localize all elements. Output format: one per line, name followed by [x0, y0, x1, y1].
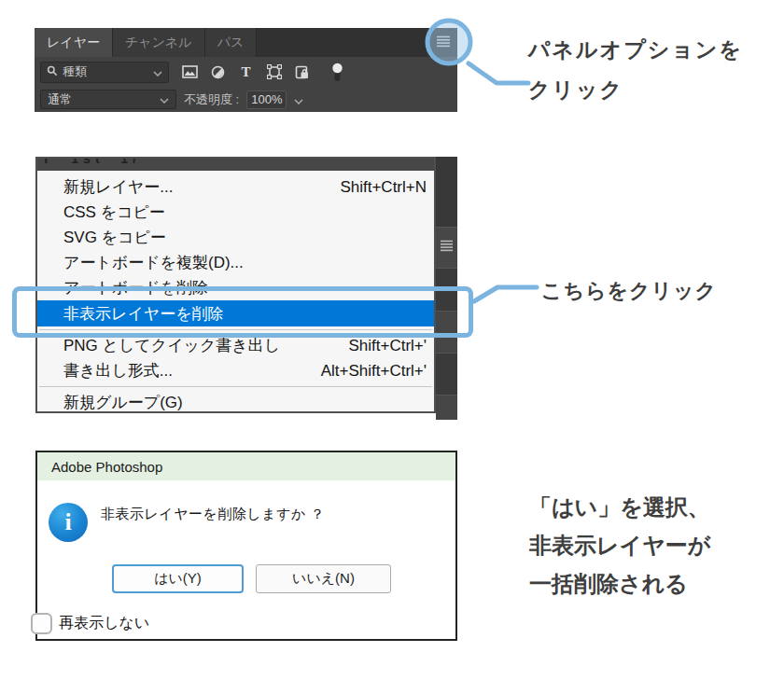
tab-paths[interactable]: パス	[205, 28, 258, 57]
layer-filter-icons: T	[182, 63, 345, 80]
dialog-result-annotation: 「はい」を選択、 非表示レイヤーが 一括削除される	[529, 488, 710, 603]
filter-toggle-icon[interactable]	[329, 63, 345, 80]
layer-filter-row: 種類 T	[35, 57, 457, 87]
blend-options-row: 通常 不透明度 : 100%	[35, 87, 457, 112]
dialog-title-bar: Adobe Photoshop	[37, 452, 455, 480]
blend-mode-value: 通常	[48, 91, 72, 108]
filter-kind-label: 種類	[63, 63, 87, 80]
panel-tab-bar: レイヤー チャンネル パス	[35, 28, 457, 57]
shortcut-label: Shift+Ctrl+'	[329, 337, 427, 355]
tab-layers[interactable]: レイヤー	[35, 28, 113, 57]
menu-item-copy-svg[interactable]: SVG をコピー	[37, 225, 434, 250]
clipped-layer-row: T 1st 1/	[37, 159, 434, 171]
menu-item-export-as[interactable]: 書き出し形式... Alt+Shift+Ctrl+'	[37, 358, 434, 383]
shortcut-label: Alt+Shift+Ctrl+'	[302, 362, 427, 381]
panel-options-button[interactable]	[439, 240, 455, 255]
info-icon: i	[49, 503, 88, 542]
blend-mode-dropdown[interactable]: 通常	[40, 90, 176, 109]
chevron-down-icon[interactable]	[294, 91, 303, 108]
menu-callout-connector	[469, 278, 550, 310]
layers-panel: レイヤー チャンネル パス 種類	[35, 28, 457, 112]
hamburger-menu-icon	[440, 239, 454, 256]
menu-item-new-group[interactable]: 新規グループ(G)	[37, 390, 434, 413]
dialog-message: 非表示レイヤーを削除しますか ？	[101, 506, 325, 523]
opacity-label: 不透明度 :	[184, 91, 239, 108]
menu-item-callout-box	[12, 286, 473, 338]
type-filter-icon[interactable]: T	[238, 63, 254, 80]
image-filter-icon[interactable]	[182, 63, 198, 80]
panel-options-menu: T 1st 1/ 新規レイヤー... Shift+Ctrl+N CSS をコピー…	[35, 157, 436, 413]
shortcut-label: Shift+Ctrl+N	[321, 178, 427, 197]
yes-button[interactable]: はい(Y)	[112, 564, 244, 593]
dont-show-again-row: 再表示しない	[31, 613, 149, 634]
chevron-down-icon	[160, 92, 169, 106]
dont-show-again-checkbox[interactable]	[31, 613, 52, 634]
no-button[interactable]: いいえ(N)	[256, 564, 391, 593]
menu-click-annotation: こちらをクリック	[541, 277, 717, 305]
smart-object-filter-icon[interactable]	[294, 63, 310, 80]
panel-options-annotation: パネルオプションを クリック	[528, 30, 743, 110]
chevron-down-icon	[153, 65, 162, 79]
opacity-value-field[interactable]: 100%	[246, 90, 287, 109]
hamburger-menu-icon	[436, 35, 451, 51]
menu-item-copy-css[interactable]: CSS をコピー	[37, 200, 434, 225]
filter-kind-dropdown[interactable]: 種類	[40, 62, 169, 83]
checkbox-label: 再表示しない	[59, 614, 149, 633]
panel-options-button[interactable]	[434, 35, 453, 50]
adjustment-filter-icon[interactable]	[210, 63, 226, 80]
menu-separator	[39, 386, 432, 387]
delete-confirmation-dialog: Adobe Photoshop i 非表示レイヤーを削除しますか ？ はい(Y)…	[35, 451, 457, 641]
search-icon	[47, 65, 58, 79]
tab-channels[interactable]: チャンネル	[113, 28, 205, 57]
menu-item-new-layer[interactable]: 新規レイヤー... Shift+Ctrl+N	[37, 174, 434, 200]
shape-filter-icon[interactable]	[266, 63, 282, 80]
menu-item-duplicate-artboard[interactable]: アートボードを複製(D)...	[37, 250, 434, 275]
